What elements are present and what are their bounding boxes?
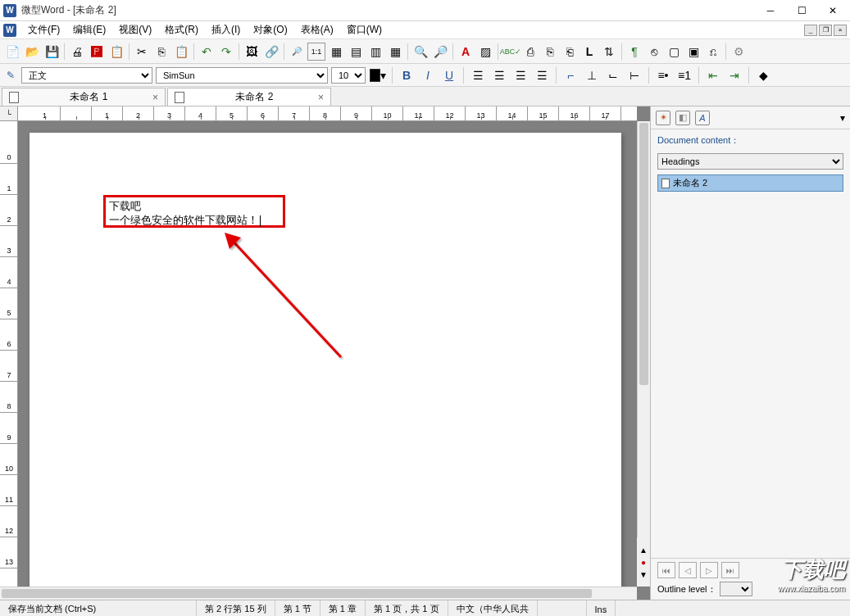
tool3-button[interactable]: ⎗	[561, 43, 579, 61]
side-panel-menu-icon[interactable]: ▾	[840, 112, 845, 124]
outline-item[interactable]: 未命名 2	[657, 174, 843, 192]
tab-close-icon[interactable]: ×	[318, 92, 324, 103]
page-nav-buttons[interactable]: ▲●▼	[637, 537, 650, 587]
insert-image-button[interactable]: 🖼	[243, 43, 261, 61]
nav-last-button[interactable]: ⏭	[721, 562, 739, 578]
underline-button[interactable]: U	[440, 66, 458, 84]
status-chapter: 第 1 章	[320, 600, 366, 616]
char-map-button[interactable]: 1:1	[307, 43, 325, 61]
titlebar: W 微型Word - [未命名 2] ─ ☐ ✕	[0, 0, 850, 21]
outline-level-select[interactable]	[720, 582, 752, 596]
mdi-restore-button[interactable]: ❐	[819, 25, 832, 36]
align-right-button[interactable]: ☰	[511, 66, 530, 84]
redo-button[interactable]: ↷	[217, 43, 235, 61]
tool6-button[interactable]: ▣	[684, 43, 702, 61]
menu-format[interactable]: 格式(R)	[158, 21, 205, 38]
content-type-select[interactable]: Headings	[657, 153, 843, 170]
nav-compass-icon[interactable]: ✴	[656, 111, 670, 125]
style-select[interactable]: 正文	[21, 67, 152, 84]
italic-button[interactable]: I	[419, 66, 437, 84]
valign-bot-button[interactable]: ⌙	[604, 66, 622, 84]
doc-tab-2[interactable]: 未命名 2 ×	[167, 88, 331, 106]
document-page[interactable]: 下载吧 一个绿色安全的软件下载网站！	[30, 133, 621, 587]
print-button[interactable]: 🖨	[68, 43, 86, 61]
menu-insert[interactable]: 插入(I)	[205, 21, 247, 38]
form-button[interactable]: ▦	[327, 43, 345, 61]
print-preview-button[interactable]: 📋	[107, 43, 125, 61]
doc-icon	[175, 92, 184, 103]
vertical-ruler[interactable]: 012345678910111213	[0, 121, 18, 587]
find-button[interactable]: 🔎	[288, 43, 306, 61]
save-button[interactable]: 💾	[43, 43, 61, 61]
indent-button[interactable]: ⇥	[725, 66, 743, 84]
font-color-dropdown[interactable]: ▾	[369, 66, 387, 84]
highlight-button[interactable]: ▨	[476, 43, 494, 61]
status-insert-mode[interactable]: Ins	[587, 600, 616, 616]
open-button[interactable]: 📂	[23, 43, 41, 61]
menu-window[interactable]: 窗口(W)	[340, 21, 389, 38]
menu-edit[interactable]: 编辑(E)	[66, 21, 112, 38]
doc-icon	[9, 92, 19, 103]
spellcheck-button[interactable]: ABC✓	[502, 43, 520, 61]
font-color-button[interactable]: A	[457, 43, 475, 61]
nav-prev-button[interactable]: ◁	[679, 562, 697, 578]
valign-top-button[interactable]: ⌐	[561, 66, 580, 84]
horizontal-ruler[interactable]: 11234567891011121314151617	[18, 106, 637, 121]
ruler-corner[interactable]: └	[0, 106, 18, 121]
tool-sort-button[interactable]: ⇅	[600, 43, 618, 61]
doc-app-icon[interactable]: W	[3, 24, 16, 37]
tool7-button[interactable]: ⎌	[704, 43, 722, 61]
undo-button[interactable]: ↶	[198, 43, 216, 61]
maximize-button[interactable]: ☐	[788, 2, 816, 20]
nav-ruler-icon[interactable]: ◧	[675, 111, 690, 125]
copy-button[interactable]: ⎘	[152, 43, 170, 61]
align-justify-button[interactable]: ☰	[533, 66, 551, 84]
menu-view[interactable]: 视图(V)	[112, 21, 158, 38]
menu-table[interactable]: 表格(A)	[294, 21, 340, 38]
vertical-scrollbar[interactable]	[637, 121, 650, 587]
side-panel-tabs: ✴ ◧ A ▾	[651, 106, 850, 129]
insert-link-button[interactable]: 🔗	[262, 43, 280, 61]
export-pdf-button[interactable]: 🅿	[88, 43, 106, 61]
tab-close-icon[interactable]: ×	[152, 92, 158, 103]
horizontal-scrollbar[interactable]	[0, 587, 637, 600]
paste-button[interactable]: 📋	[172, 43, 190, 61]
new-button[interactable]: 📄	[3, 43, 21, 61]
bold-button[interactable]: B	[398, 66, 416, 84]
font-select[interactable]: SimSun	[156, 67, 328, 84]
para-mark-button[interactable]: ¶	[625, 43, 643, 61]
tool-l-button[interactable]: L	[580, 43, 598, 61]
tool5-button[interactable]: ▢	[665, 43, 683, 61]
nav-next-button[interactable]: ▷	[700, 562, 718, 578]
doc-tab-1[interactable]: 未命名 1 ×	[2, 88, 166, 106]
number-list-button[interactable]: ≡1	[675, 66, 693, 84]
tool4-button[interactable]: ⎋	[645, 43, 663, 61]
document-viewport[interactable]: 下载吧 一个绿色安全的软件下载网站！	[18, 121, 637, 587]
mdi-minimize-button[interactable]: _	[804, 25, 817, 36]
tool1-button[interactable]: ⎙	[521, 43, 539, 61]
mdi-close-button[interactable]: ×	[834, 25, 847, 36]
settings-button[interactable]: ⚙	[730, 43, 748, 61]
valign4-button[interactable]: ⊢	[625, 66, 643, 84]
cursor-tool-icon[interactable]: ✎	[3, 68, 18, 83]
zoom-button[interactable]: 🔍	[411, 43, 430, 61]
align-center-button[interactable]: ☰	[490, 66, 508, 84]
valign-mid-button[interactable]: ⊥	[583, 66, 601, 84]
window-title: 微型Word - [未命名 2]	[21, 3, 757, 17]
tool2-button[interactable]: ⎘	[541, 43, 559, 61]
layout2-button[interactable]: ▥	[366, 43, 384, 61]
cut-button[interactable]: ✂	[133, 43, 151, 61]
nav-first-button[interactable]: ⏮	[657, 562, 675, 578]
minimize-button[interactable]: ─	[757, 2, 784, 20]
menu-object[interactable]: 对象(O)	[247, 21, 293, 38]
outdent-button[interactable]: ⇤	[704, 66, 722, 84]
zoom-fit-button[interactable]: 🔎	[431, 43, 449, 61]
layout3-button[interactable]: ▦	[386, 43, 404, 61]
nav-style-icon[interactable]: A	[695, 111, 710, 125]
font-size-select[interactable]: 10	[331, 67, 366, 84]
close-button[interactable]: ✕	[819, 2, 847, 20]
bullet-list-button[interactable]: ≡•	[654, 66, 672, 84]
layout1-button[interactable]: ▤	[347, 43, 365, 61]
menu-file[interactable]: 文件(F)	[21, 21, 66, 38]
align-left-button[interactable]: ☰	[469, 66, 487, 84]
